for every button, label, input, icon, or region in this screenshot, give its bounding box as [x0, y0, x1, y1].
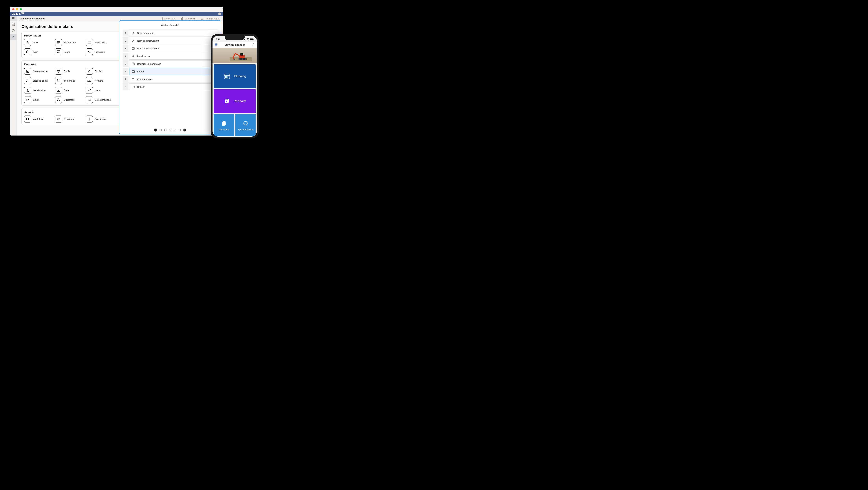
pager-remove-button[interactable]: −	[154, 128, 157, 131]
preview-field-row[interactable]: 7Commentaire	[123, 76, 217, 83]
field-texte-court[interactable]: Texte Court	[55, 39, 83, 46]
row-number: 7	[123, 76, 128, 83]
field-case-a-cocher[interactable]: Case à cocher	[24, 68, 52, 74]
phone-app-header: ☰ Suivi de chantier ⋮	[213, 42, 257, 48]
svg-rect-10	[182, 19, 183, 20]
row-label: Commentaire	[137, 78, 151, 81]
svg-point-102	[227, 78, 228, 78]
svg-rect-31	[26, 70, 29, 72]
close-window-button[interactable]	[12, 8, 14, 10]
svg-rect-80	[245, 38, 245, 40]
apps-grid-icon[interactable]	[10, 16, 17, 21]
svg-point-38	[27, 91, 29, 92]
row-body[interactable]: ASuivi de chantier	[129, 30, 217, 36]
svg-point-101	[226, 78, 227, 78]
svg-point-43	[59, 90, 59, 91]
svg-rect-77	[243, 40, 244, 40]
sidebar-item-dashboard[interactable]	[10, 21, 17, 28]
row-label: Nom de l'intervenant	[137, 39, 159, 42]
row-number: 6	[123, 68, 128, 75]
email-icon	[24, 96, 31, 103]
field-duree[interactable]: Durée	[55, 68, 83, 74]
workflows-link[interactable]: Workflows	[181, 18, 195, 20]
gear-icon	[201, 18, 203, 20]
field-texte-long[interactable]: Texte Long	[86, 39, 113, 46]
settings-link[interactable]: Paramétrages	[201, 18, 219, 20]
svg-point-69	[132, 57, 134, 57]
pager-dot[interactable]	[179, 129, 181, 131]
field-liens[interactable]: Liens	[86, 87, 113, 94]
field-date[interactable]: Date	[55, 87, 83, 94]
row-number: 8	[123, 84, 128, 90]
pager-dot[interactable]	[159, 129, 162, 131]
user-avatar[interactable]	[218, 12, 221, 16]
pager-add-button[interactable]: +	[183, 128, 186, 131]
field-titre[interactable]: A Titre	[24, 39, 52, 46]
svg-rect-78	[244, 39, 244, 40]
row-body[interactable]: Localisation	[129, 53, 217, 60]
files-icon	[220, 120, 227, 127]
preview-field-row[interactable]: 1ASuivi de chantier	[123, 30, 217, 36]
field-logo[interactable]: Logo	[24, 49, 52, 55]
sidebar-item-forms[interactable]	[10, 34, 17, 40]
sync-icon	[242, 120, 249, 127]
tile-rapports[interactable]: Rapports	[214, 89, 256, 113]
row-label: Déclarer une anomalie	[137, 63, 161, 65]
field-conditions[interactable]: Conditions	[86, 116, 113, 123]
row-body[interactable]: Criticité	[129, 84, 217, 90]
tile-synchronisation[interactable]: Synchronisation	[235, 114, 256, 136]
field-signature[interactable]: Signature	[86, 49, 113, 55]
field-relations[interactable]: Relations	[55, 116, 83, 123]
preview-field-row[interactable]: 6Image	[123, 68, 217, 75]
field-fichier[interactable]: Fichier	[86, 68, 113, 74]
svg-rect-29	[57, 51, 60, 53]
sidebar-item-analytics[interactable]	[10, 28, 17, 34]
field-localisation[interactable]: Localisation	[24, 87, 52, 94]
location-icon	[24, 87, 31, 94]
hamburger-icon[interactable]: ☰	[215, 43, 218, 47]
more-menu-icon[interactable]: ⋮	[252, 43, 255, 47]
svg-point-96	[225, 76, 226, 77]
long-text-icon	[86, 39, 93, 46]
field-workflow[interactable]: Workflow	[24, 116, 52, 123]
svg-point-97	[226, 76, 227, 77]
row-number: 1	[123, 30, 128, 36]
preview-field-row[interactable]: 8Criticité	[123, 84, 217, 90]
row-body[interactable]: Image	[129, 68, 217, 75]
tile-mes-fiches[interactable]: Mes fiches	[214, 114, 234, 136]
row-label: Image	[137, 70, 144, 73]
field-liste-deroulante[interactable]: Liste déroulante	[86, 96, 113, 103]
field-nombre[interactable]: 123Nombre	[86, 77, 113, 84]
svg-point-100	[225, 78, 226, 78]
maximize-window-button[interactable]	[20, 8, 22, 10]
row-body[interactable]: Déclarer une anomalie	[129, 60, 217, 67]
field-liste-choix[interactable]: Liste de choix	[24, 77, 52, 84]
pager-dot-active[interactable]	[164, 129, 166, 131]
svg-point-65	[133, 49, 133, 49]
checkbox-icon	[24, 68, 31, 74]
field-utilisateur[interactable]: Utilisateur	[55, 96, 83, 103]
preview-field-row[interactable]: 4Localisation	[123, 53, 217, 60]
calendar-icon	[132, 47, 135, 50]
pager-dot[interactable]	[169, 129, 171, 131]
preview-field-row[interactable]: 5Déclarer une anomalie	[123, 60, 217, 67]
row-body[interactable]: Commentaire	[129, 76, 217, 83]
svg-rect-5	[14, 18, 14, 19]
field-telephone[interactable]: Téléphone	[55, 77, 83, 84]
logo-icon	[24, 49, 31, 55]
tile-planning[interactable]: Planning	[214, 64, 256, 88]
conditions-link[interactable]: Conditions	[162, 18, 175, 20]
field-image[interactable]: Image	[55, 49, 83, 55]
preview-field-row[interactable]: 3Date de l'intervention	[123, 45, 217, 52]
minimize-window-button[interactable]	[16, 8, 18, 10]
svg-point-72	[132, 71, 133, 71]
link-icon	[86, 87, 93, 94]
row-body[interactable]: Nom de l'intervenant	[129, 37, 217, 44]
svg-rect-58	[28, 119, 29, 120]
pager-dot[interactable]	[174, 129, 176, 131]
row-label: Suivi de chantier	[137, 32, 155, 34]
attachment-icon	[86, 68, 93, 74]
row-body[interactable]: Date de l'intervention	[129, 45, 217, 52]
field-email[interactable]: Email	[24, 96, 52, 103]
preview-field-row[interactable]: 2Nom de l'intervenant	[123, 37, 217, 44]
